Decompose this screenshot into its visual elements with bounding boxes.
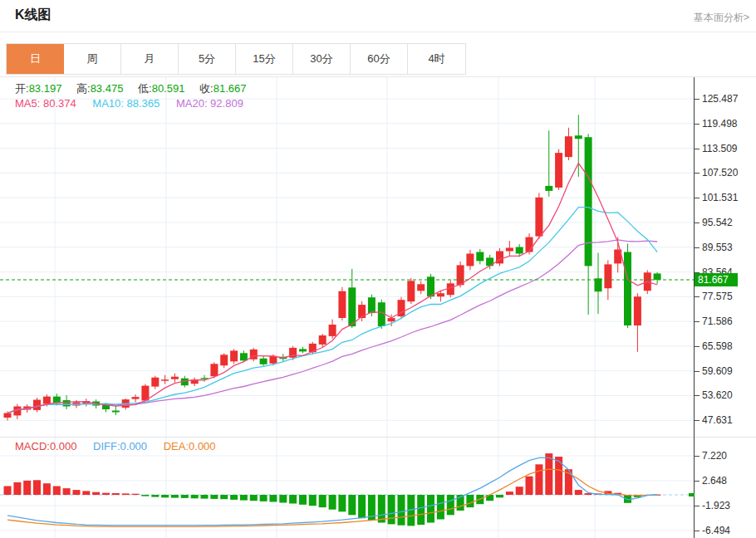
period-tab-1[interactable]: 日 — [7, 44, 64, 74]
price-axis-label: 59.609 — [702, 364, 755, 378]
candle-body — [141, 386, 149, 401]
price-axis-label: 125.487 — [702, 92, 755, 105]
price-axis-label-tick — [695, 247, 700, 248]
low-value: 80.591 — [152, 82, 185, 95]
macd-hist-bar — [220, 495, 228, 499]
macd-axis-label: -1.923 — [702, 499, 755, 512]
candle-body — [132, 397, 140, 399]
kline-chart-canvas[interactable] — [0, 77, 694, 437]
period-tab-4[interactable]: 5分 — [179, 44, 236, 74]
macd-chart-canvas[interactable] — [0, 438, 694, 538]
candle-body — [535, 198, 542, 237]
macd-hist-bar — [122, 493, 130, 495]
candle-body — [230, 350, 238, 361]
macd-hist-bar — [545, 453, 552, 495]
candle-body — [407, 281, 415, 301]
macd-hist-bar — [358, 495, 366, 518]
macd-hist-bar — [309, 495, 317, 506]
candle-body — [43, 397, 51, 404]
price-axis-label-tick — [695, 296, 700, 297]
price-axis-label-tick — [695, 99, 700, 100]
macd-hist-bar — [535, 464, 542, 495]
macd-hist-bar — [437, 495, 444, 520]
price-axis-label: 89.553 — [702, 241, 755, 254]
period-tab-7[interactable]: 60分 — [351, 44, 408, 74]
macd-hist-bar — [250, 495, 258, 501]
candle-body — [624, 252, 631, 326]
macd-hist-bar — [181, 495, 189, 498]
macd-hist-bar — [516, 487, 523, 495]
macd-axis-label-tick — [695, 481, 700, 482]
macd-hist-bar — [4, 487, 12, 496]
macd-axis-label-tick — [695, 506, 700, 506]
macd-hist-bar — [240, 495, 248, 501]
macd-hist-bar — [526, 477, 533, 495]
candle-body — [555, 153, 562, 188]
period-tab-5[interactable]: 15分 — [236, 44, 293, 74]
y-axis-line — [694, 77, 695, 538]
macd-hist-bar — [73, 490, 81, 495]
macd-hist-bar — [82, 491, 90, 495]
low-label: 低: — [138, 82, 152, 95]
candle-body — [575, 135, 582, 139]
price-axis-label: 101.531 — [702, 191, 755, 204]
price-axis-label: 65.598 — [702, 340, 755, 353]
macd-zero-tick — [689, 493, 695, 496]
period-tab-8[interactable]: 4时 — [408, 44, 465, 74]
ma5-line — [7, 164, 657, 413]
price-axis-label: 77.575 — [702, 290, 755, 303]
macd-hist-bar — [132, 494, 140, 495]
page-title: K线图 — [15, 7, 52, 24]
candle-body — [63, 400, 71, 407]
macd-hist-bar — [201, 495, 209, 499]
price-axis-label: 113.509 — [702, 142, 755, 155]
candle-body — [33, 400, 41, 410]
candle-body — [161, 379, 169, 381]
macd-hist-bar — [43, 483, 51, 495]
current-price-badge: 81.667 — [695, 273, 738, 286]
macd-axis-label-tick — [695, 456, 700, 457]
macd-hist-bar — [417, 495, 425, 525]
period-tab-6[interactable]: 30分 — [293, 44, 351, 74]
candle-body — [585, 137, 592, 266]
candle-body — [604, 264, 611, 288]
candle-body — [466, 254, 474, 267]
candle-body — [220, 355, 228, 365]
price-axis-label: 95.542 — [702, 216, 755, 229]
candle-body — [240, 353, 248, 360]
macd-hist-bar — [33, 480, 41, 495]
macd-hist-bar — [289, 495, 297, 504]
fundamental-analysis-link[interactable]: 基本面分析> — [694, 11, 749, 25]
macd-hist-bar — [112, 493, 120, 495]
macd-hist-bar — [92, 492, 100, 495]
macd-hist-bar — [575, 490, 582, 495]
candle-body — [476, 252, 484, 262]
macd-hist-bar — [191, 495, 199, 498]
macd-hist-bar — [63, 488, 71, 495]
price-axis-label: 107.520 — [702, 166, 755, 179]
price-axis-label-tick — [695, 346, 700, 347]
candle-body — [4, 413, 12, 418]
candle-body — [506, 248, 513, 252]
candle-body — [457, 265, 464, 285]
ma20-legend: MA20: 92.809 — [176, 97, 243, 110]
macd-hist-bar — [348, 495, 356, 515]
macd-hist-bar — [299, 495, 307, 505]
macd-hist-bar — [378, 495, 385, 523]
macd-axis-label: 2.648 — [702, 474, 755, 487]
period-tabbar: 日周月5分15分30分60分4时 — [6, 43, 466, 75]
candle-body — [565, 136, 572, 157]
macd-hist-bar — [506, 492, 513, 495]
macd-hist-bar — [466, 495, 474, 507]
macd-axis-label: -6.494 — [702, 524, 755, 537]
macd-legend: MACD:0.000 DIFF:0.000 DEA:0.000 — [15, 440, 229, 452]
close-label: 收: — [199, 82, 214, 95]
macd-hist-bar — [269, 495, 277, 502]
macd-axis-label-tick — [695, 531, 700, 531]
open-value: 83.197 — [29, 82, 62, 95]
macd-hist-bar — [210, 495, 218, 499]
macd-hist-bar — [427, 495, 434, 523]
period-tab-2[interactable]: 周 — [64, 44, 121, 74]
candle-body — [417, 284, 425, 291]
period-tab-3[interactable]: 月 — [121, 44, 179, 74]
